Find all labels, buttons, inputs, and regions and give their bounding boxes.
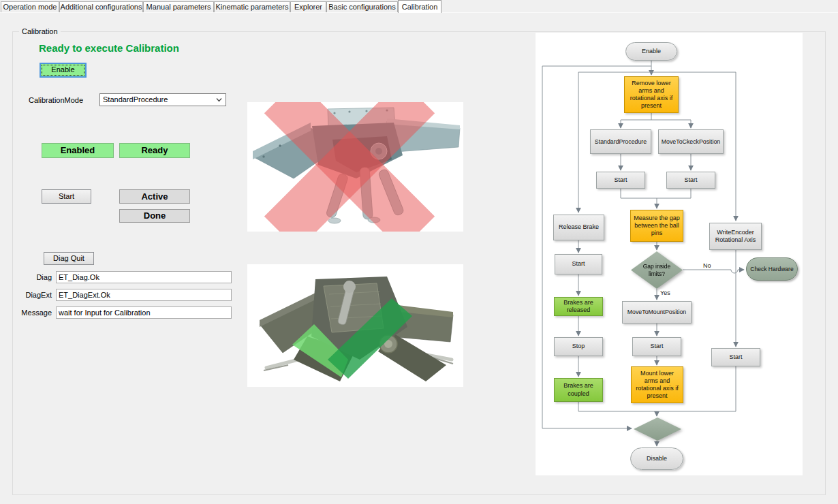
edge-label-no: No [702,262,712,269]
tab-basic-configurations[interactable]: Basic configurations [326,1,398,13]
flowchart-node-start-left: Start [596,172,645,189]
groupbox-label: Calibration [19,27,61,35]
diagext-label: DiagExt [14,291,52,299]
flowchart-node-write-encoder: WriteEncoder Rotational Axis [709,223,762,250]
flowchart-node-brakes-released: Brakes are released [554,297,603,316]
flowchart-node-start-right: Start [666,172,715,189]
tab-manual-parameters[interactable]: Manual parameters [143,1,214,13]
done-status-badge: Done [119,209,190,223]
diag-field[interactable] [56,271,232,283]
calibration-status-heading: Ready to execute Calibration [39,42,179,54]
tab-calibration[interactable]: Calibration [398,0,441,13]
flowchart-node-start-mount: Start [632,337,681,356]
tab-bar: Operation mode Additional configurations… [0,0,838,13]
ready-status-badge: Ready [119,143,190,158]
chevron-down-icon [216,97,222,103]
active-status-badge: Active [119,189,190,204]
tab-operation-mode[interactable]: Operation mode [1,1,59,13]
robot-arms-mounted-image [247,264,463,387]
robot-no-arms-image [247,102,463,232]
enabled-status-badge: Enabled [42,143,114,158]
flowchart-node-move-to-check-position: MoveToCkeckPosition [658,129,724,154]
enable-button[interactable]: Enable [40,63,87,78]
flowchart-node-brakes-coupled: Brakes are coupled [554,378,603,402]
flowchart-node-move-to-mount-position: MoveToMountPosition [622,301,692,324]
flowchart-node-measure-gap: Measure the gap between the ball pins [630,210,683,242]
flowchart-node-start-encoder: Start [711,348,760,366]
flowchart-node-stop: Stop [554,337,603,356]
tab-additional-configurations[interactable]: Additional configurations [59,1,143,13]
flowchart-node-enable: Enable [625,42,677,61]
flowchart-node-check-hardware: Check Hardware [746,257,798,281]
start-button[interactable]: Start [42,189,91,204]
message-field[interactable] [56,306,232,319]
flowchart-node-end-decision [634,418,681,441]
flowchart-node-release-brake: Release Brake [553,215,604,240]
flowchart-node-mount-arms: Mount lower arms and rotational axis if … [631,366,683,403]
calibration-mode-value: StandardProcedure [103,95,168,104]
flowchart-node-start-brake: Start [555,254,602,274]
flowchart-node-remove-arms: Remove lower arms and rotational axis if… [624,76,679,113]
diag-quit-button[interactable]: Diag Quit [44,252,94,265]
edge-label-yes: Yes [659,289,671,296]
calibration-mode-label: CalibrationMode [29,96,83,104]
diagext-field[interactable] [56,289,232,301]
flowchart-node-standard-procedure: StandardProcedure [590,129,651,154]
tab-kinematic-parameters[interactable]: Kinematic parameters [214,1,290,13]
diag-label: Diag [14,273,52,281]
flowchart-node-disable: Disable [630,447,683,470]
tab-explorer[interactable]: Explorer [290,1,326,13]
flowchart-node-gap-decision: Gap inside limits? [631,251,683,289]
calibration-flowchart: Enable Remove lower arms and rotational … [536,33,803,475]
calibration-mode-select[interactable]: StandardProcedure [99,93,226,106]
message-label: Message [14,309,52,317]
